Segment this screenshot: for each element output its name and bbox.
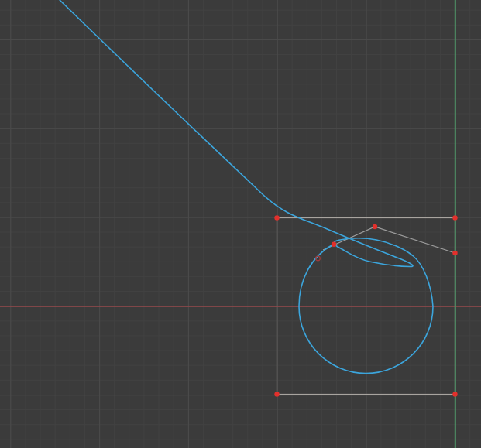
scene-layer xyxy=(0,0,481,448)
box-handle-bottom-right[interactable] xyxy=(452,392,457,396)
box-handle-top-left[interactable] xyxy=(274,215,279,220)
bezier-handle-knob[interactable] xyxy=(452,251,457,255)
box-handle-top-right[interactable] xyxy=(452,215,457,220)
box-handle-bottom-left[interactable] xyxy=(274,392,279,396)
bezier-handle-knob[interactable] xyxy=(373,224,377,229)
curve-control-point-selected[interactable] xyxy=(332,242,336,247)
bezier-curve[interactable] xyxy=(60,0,433,374)
editor-viewport[interactable] xyxy=(0,0,481,448)
